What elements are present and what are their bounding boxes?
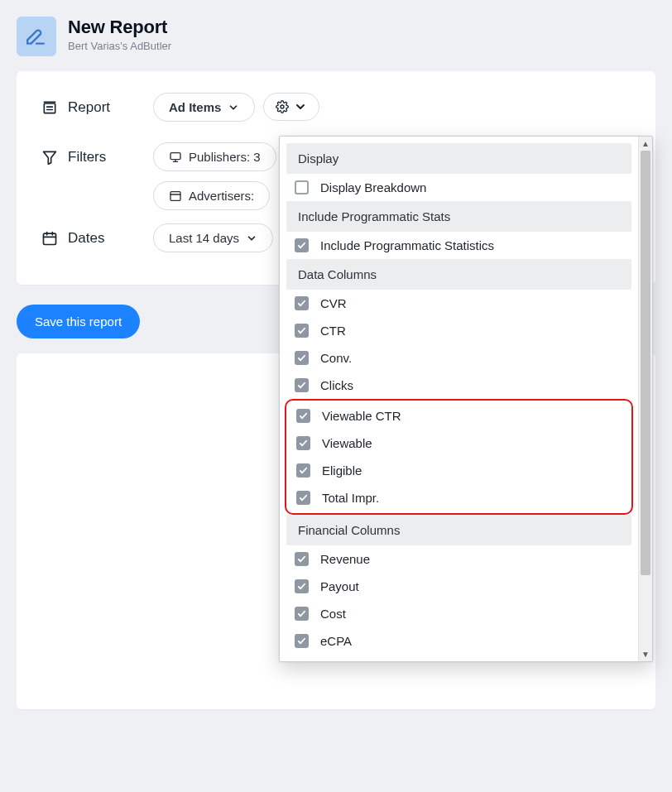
dropdown-scrollbar[interactable]: ▲ ▼ [638, 137, 652, 661]
svg-point-2 [281, 105, 284, 108]
dropdown-item[interactable]: Payout [286, 573, 631, 600]
row-label-report: Report [41, 93, 153, 116]
row-label-filters: Filters [41, 142, 153, 166]
dropdown-item-label: Viewable [322, 436, 372, 450]
dropdown-item-label: Payout [320, 579, 359, 593]
dropdown-item-label: Include Programmatic Statistics [320, 238, 494, 252]
checkbox-checked-icon [295, 296, 309, 310]
dropdown-section-header: Data Columns [286, 259, 631, 290]
dropdown-item[interactable]: Total Impr. [288, 484, 630, 511]
window-icon [169, 190, 182, 203]
dropdown-item[interactable]: Viewable CTR [288, 402, 630, 430]
checkbox-checked-icon [296, 436, 310, 450]
monitor-icon [169, 151, 182, 164]
highlighted-items-box: Viewable CTRViewableEligibleTotal Impr. [285, 399, 633, 515]
filter-publishers-button[interactable]: Publishers: 3 [153, 142, 276, 171]
dropdown-item[interactable]: Revenue [286, 545, 631, 573]
scroll-down-arrow[interactable]: ▼ [639, 647, 652, 661]
dropdown-item-label: Viewable CTR [322, 409, 401, 423]
filter-advertisers-button[interactable]: Advertisers: [153, 181, 270, 210]
dropdown-item-label: Eligible [322, 463, 362, 478]
checkbox-checked-icon [295, 607, 309, 621]
svg-rect-6 [44, 233, 56, 244]
report-type-button[interactable]: Ad Items [153, 93, 255, 122]
checkbox-checked-icon [295, 378, 309, 392]
dropdown-item-label: Clicks [320, 378, 353, 392]
dropdown-item[interactable]: Include Programmatic Statistics [286, 232, 631, 259]
row-label-dates: Dates [41, 223, 153, 247]
dropdown-section-header: Include Programmatic Stats [286, 201, 631, 232]
page-title: New Report [68, 17, 171, 38]
dropdown-item-label: CVR [320, 296, 347, 310]
dropdown-item[interactable]: Conv. [286, 344, 631, 372]
report-settings-button[interactable] [263, 93, 319, 121]
dropdown-item-label: Conv. [320, 351, 352, 365]
checkbox-checked-icon [295, 324, 309, 338]
checkbox-checked-icon [296, 463, 310, 478]
gear-icon [276, 100, 289, 113]
dropdown-item-label: Display Breakdown [320, 180, 426, 194]
dropdown-item[interactable]: Clicks [286, 372, 631, 399]
calendar-icon [41, 230, 58, 247]
dropdown-item[interactable]: Cost [286, 600, 631, 627]
dropdown-item[interactable]: Viewable [288, 430, 630, 457]
dropdown-section-header: Display [286, 143, 631, 174]
svg-marker-3 [44, 151, 56, 164]
chevron-down-icon [294, 100, 307, 113]
dropdown-item[interactable]: CTR [286, 317, 631, 344]
checkbox-checked-icon [296, 491, 310, 505]
checkbox-checked-icon [296, 409, 310, 423]
dropdown-item-label: Cost [320, 607, 346, 621]
save-report-button[interactable]: Save this report [17, 305, 140, 338]
dropdown-item-label: Total Impr. [322, 491, 379, 505]
dropdown-section-header: Financial Columns [286, 515, 631, 545]
scroll-thumb[interactable] [641, 151, 650, 575]
svg-rect-1 [44, 103, 55, 113]
checkbox-checked-icon [295, 351, 309, 365]
checkbox-checked-icon [295, 579, 309, 593]
funnel-icon [41, 149, 58, 166]
checkbox-unchecked-icon [295, 180, 309, 194]
dropdown-item-label: CTR [320, 324, 346, 338]
checkbox-checked-icon [295, 238, 309, 252]
chevron-down-icon [246, 233, 257, 244]
dropdown-item[interactable]: CVR [286, 290, 631, 317]
svg-rect-5 [170, 191, 180, 200]
page-subtitle: Bert Varias's AdButler [68, 40, 171, 52]
chevron-down-icon [228, 102, 239, 113]
checkbox-checked-icon [295, 552, 309, 566]
date-range-button[interactable]: Last 14 days [153, 223, 273, 252]
dropdown-item[interactable]: eCPA [286, 627, 631, 655]
dropdown-item[interactable]: Display Breakdown [286, 174, 631, 201]
report-icon [41, 99, 58, 116]
settings-dropdown: DisplayDisplay BreakdownInclude Programm… [279, 136, 653, 662]
dropdown-item[interactable]: Eligible [288, 457, 630, 484]
dropdown-item-label: Revenue [320, 552, 370, 566]
page-header: New Report Bert Varias's AdButler [17, 17, 655, 56]
dropdown-item-label: eCPA [320, 634, 352, 648]
report-edit-icon [17, 17, 56, 56]
scroll-up-arrow[interactable]: ▲ [639, 137, 652, 151]
svg-rect-4 [170, 152, 180, 159]
checkbox-checked-icon [295, 634, 309, 648]
